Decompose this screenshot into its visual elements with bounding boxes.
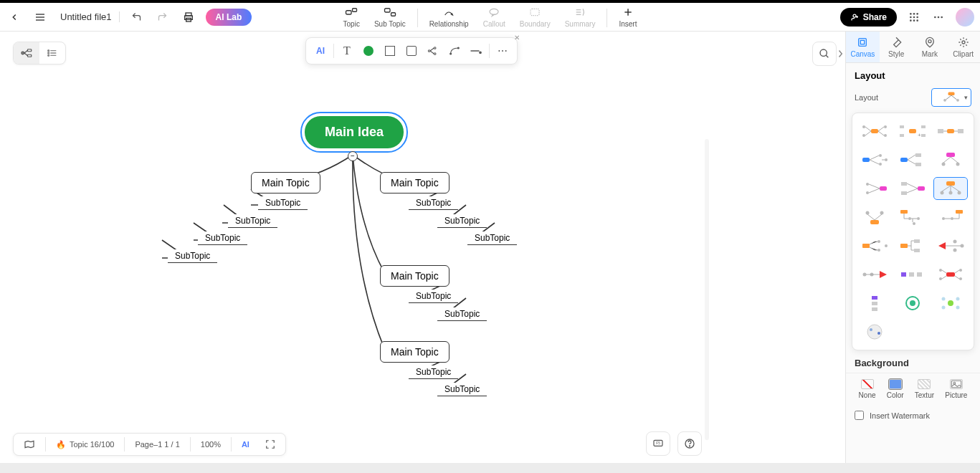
fullscreen-button[interactable]: [260, 436, 281, 452]
apps-icon[interactable]: [907, 10, 921, 24]
layout-option[interactable]: [896, 178, 929, 199]
ai-button[interactable]: AI: [310, 41, 330, 61]
layout-option[interactable]: [896, 264, 929, 285]
layout-option[interactable]: [858, 206, 891, 228]
tab-mark[interactable]: Mark: [913, 32, 947, 62]
node-subtopic[interactable]: SubTopic: [228, 214, 277, 228]
zoom-level[interactable]: 100%: [195, 437, 227, 452]
node-main-topic[interactable]: Main Topic: [380, 172, 449, 194]
share-button[interactable]: Share: [840, 8, 897, 27]
layout-option[interactable]: [858, 235, 891, 257]
bg-color[interactable]: Color: [887, 379, 904, 399]
svg-rect-146: [914, 249, 920, 252]
node-subtopic[interactable]: SubTopic: [437, 307, 487, 321]
node-subtopic[interactable]: SubTopic: [198, 231, 247, 245]
menu-icon[interactable]: [32, 9, 49, 26]
bg-texture[interactable]: Textur: [915, 379, 934, 399]
layout-option[interactable]: +: [896, 120, 929, 142]
outline-view-button[interactable]: [39, 42, 65, 64]
node-main-topic[interactable]: Main Topic: [380, 341, 449, 363]
node-main-idea[interactable]: Main Idea: [305, 116, 404, 148]
layout-option[interactable]: [896, 149, 929, 171]
redo-icon[interactable]: [154, 9, 171, 26]
tab-clipart[interactable]: Clipart: [946, 32, 980, 62]
layout-option[interactable]: [858, 264, 891, 285]
layout-option[interactable]: [858, 120, 891, 142]
node-main-topic[interactable]: Main Topic: [251, 172, 320, 194]
node-subtopic[interactable]: SubTopic: [437, 383, 487, 396]
avatar[interactable]: [956, 8, 974, 27]
node-subtopic[interactable]: SubTopic: [409, 366, 458, 379]
layout-option[interactable]: [934, 120, 967, 142]
collapse-toggle[interactable]: −: [348, 151, 358, 161]
map-overview-button[interactable]: [18, 436, 41, 452]
node-main-topic[interactable]: Main Topic: [380, 265, 449, 287]
text-tool[interactable]: T: [337, 41, 357, 61]
svg-line-92: [870, 160, 879, 164]
scrollbar[interactable]: [705, 139, 709, 440]
svg-rect-95: [915, 153, 921, 157]
topic-count[interactable]: 🔥Topic 16/100: [50, 437, 120, 452]
layout-option[interactable]: [858, 149, 891, 171]
layout-option-selected[interactable]: [934, 178, 967, 199]
layout-option[interactable]: [934, 149, 967, 171]
right-panel: Canvas Style Mark Clipart Layout Layout: [845, 32, 980, 463]
layout-option[interactable]: [858, 178, 891, 199]
shape-outline-tool[interactable]: [380, 41, 400, 61]
line-tool[interactable]: [466, 41, 486, 61]
ai-status-button[interactable]: AI: [236, 437, 255, 452]
svg-point-136: [951, 217, 953, 220]
node-subtopic[interactable]: SubTopic: [409, 290, 458, 303]
layout-option[interactable]: [858, 321, 891, 343]
layout-option[interactable]: [934, 235, 967, 257]
more-tools-icon[interactable]: ⋯: [493, 41, 513, 61]
page-indicator[interactable]: Page–1 1 / 1: [129, 437, 185, 452]
layout-dropdown[interactable]: [931, 88, 971, 107]
presentation-button[interactable]: F5: [646, 431, 670, 456]
layout-option[interactable]: [934, 264, 967, 285]
tool-subtopic[interactable]: Sub Topic: [368, 6, 411, 28]
bg-none[interactable]: None: [859, 379, 876, 399]
more-icon[interactable]: [931, 10, 946, 24]
svg-line-112: [907, 183, 918, 188]
help-button[interactable]: [677, 431, 702, 456]
undo-icon[interactable]: [128, 9, 146, 26]
connector-tool[interactable]: [444, 41, 465, 61]
tab-style[interactable]: Style: [880, 32, 913, 62]
tool-insert[interactable]: Insert: [613, 6, 642, 28]
print-icon[interactable]: [180, 9, 197, 26]
node-subtopic[interactable]: SubTopic: [409, 196, 458, 210]
tab-canvas[interactable]: Canvas: [846, 32, 880, 62]
svg-point-115: [941, 191, 944, 195]
close-toolbar-icon[interactable]: ✕: [514, 34, 524, 44]
svg-point-52: [820, 49, 827, 56]
svg-rect-77: [900, 125, 904, 128]
layout-option[interactable]: [896, 235, 929, 257]
node-subtopic[interactable]: SubTopic: [437, 214, 487, 228]
layout-option[interactable]: [934, 206, 967, 228]
panel-collapse-icon[interactable]: [834, 42, 846, 66]
branch-tool[interactable]: [423, 41, 443, 61]
tool-topic[interactable]: Topic: [338, 6, 366, 28]
bg-picture[interactable]: Picture: [945, 379, 967, 399]
layout-option[interactable]: [934, 292, 967, 314]
layout-option[interactable]: [858, 292, 891, 314]
node-subtopic[interactable]: SubTopic: [168, 249, 217, 263]
node-subtopic[interactable]: SubTopic: [258, 196, 308, 210]
file-title[interactable]: Untitled file1: [57, 11, 120, 22]
watermark-checkbox[interactable]: [855, 411, 864, 420]
tool-relationship[interactable]: Relationship: [424, 6, 475, 28]
svg-rect-87: [862, 158, 870, 162]
mindmap-view-button[interactable]: [14, 42, 39, 64]
layout-option[interactable]: [896, 292, 929, 314]
ai-lab-button[interactable]: AI Lab: [206, 9, 252, 26]
canvas[interactable]: AI T ⋯ ✕: [0, 32, 845, 463]
node-subtopic[interactable]: SubTopic: [467, 231, 517, 245]
svg-point-71: [884, 134, 887, 137]
shape-tool[interactable]: [401, 41, 422, 61]
fill-color-tool[interactable]: [358, 41, 379, 61]
layout-option[interactable]: [896, 206, 929, 228]
svg-line-125: [875, 214, 882, 220]
back-icon[interactable]: [6, 9, 23, 26]
search-button[interactable]: [812, 42, 837, 66]
